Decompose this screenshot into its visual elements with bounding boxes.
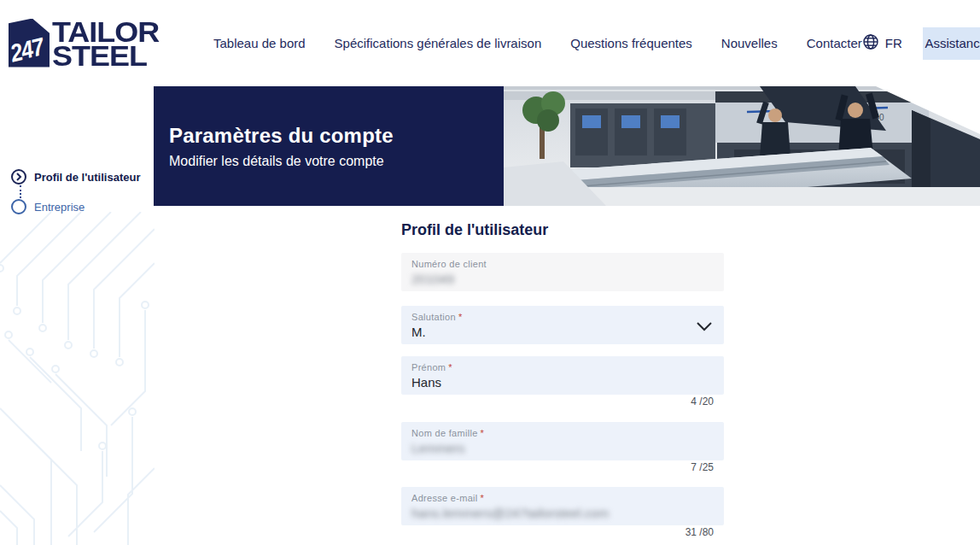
required-asterisk: * xyxy=(448,362,452,372)
field-label: Salutation xyxy=(411,312,456,322)
first-name-input[interactable]: Prénom* Hans xyxy=(401,356,724,395)
brand-logo[interactable]: 247 TAILOR STEEL xyxy=(9,14,195,73)
field-label: Prénom xyxy=(411,362,446,372)
header-right-cluster: FR Assistance Hans xyxy=(862,27,980,60)
stepper-label: Profil de l'utilisateur xyxy=(34,171,140,184)
circuit-background-pattern xyxy=(0,212,155,545)
stepper-connector xyxy=(20,185,156,198)
first-name-value: Hans xyxy=(411,375,714,390)
email-value: hans.lemmers@247tailorsteel.com xyxy=(411,506,714,520)
nav-item-delivery-specs[interactable]: Spécifications générales de livraison xyxy=(335,36,542,50)
stepper-label: Entreprise xyxy=(34,201,85,214)
first-name-char-counter: 4 /20 xyxy=(401,396,724,407)
stepper-item-user-profile[interactable]: Profil de l'utilisateur xyxy=(11,169,156,185)
last-name-char-counter: 7 /25 xyxy=(401,461,724,473)
logo-247-badge: 247 xyxy=(9,19,50,67)
logo-word-steel: STEEL xyxy=(52,44,159,68)
nav-item-news[interactable]: Nouvelles xyxy=(721,36,778,50)
last-name-value: Lemmers xyxy=(411,441,714,455)
active-step-arrow-icon xyxy=(11,169,26,185)
logo-wordmark: TAILOR STEEL xyxy=(52,21,159,69)
chevron-down-icon[interactable] xyxy=(697,319,712,335)
inactive-step-circle-icon xyxy=(11,199,26,214)
salutation-select[interactable]: Salutation* M. xyxy=(401,306,724,344)
hero-text-panel: Paramètres du compte Modifier les détail… xyxy=(154,86,504,206)
salutation-value: M. xyxy=(411,325,714,339)
nav-item-dashboard[interactable]: Tableau de bord xyxy=(213,36,306,50)
client-number-value: 201049 xyxy=(411,272,714,286)
page-title: Paramètres du compte xyxy=(169,124,504,148)
nav-item-contact[interactable]: Contacter xyxy=(807,36,862,50)
field-label: Nom de famille xyxy=(411,428,478,438)
required-asterisk: * xyxy=(458,312,463,322)
assistance-button[interactable]: Assistance xyxy=(923,27,980,60)
email-input[interactable]: Adresse e-mail* hans.lemmers@247tailorst… xyxy=(401,487,724,525)
nav-item-faq[interactable]: Questions fréquentes xyxy=(570,36,692,50)
field-label: Numéro de client xyxy=(411,259,487,269)
factory-photo: 220/40 xyxy=(504,86,980,206)
field-label: Adresse e-mail xyxy=(411,493,478,503)
client-number-field: Numéro de client 201049 xyxy=(401,253,724,291)
language-code: FR xyxy=(885,36,902,50)
account-settings-page: 247 TAILOR STEEL Tableau de bord Spécifi… xyxy=(0,0,980,545)
stepper-item-company[interactable]: Entreprise xyxy=(11,199,156,214)
required-asterisk: * xyxy=(481,428,485,438)
required-asterisk: * xyxy=(481,493,485,503)
account-stepper: Profil de l'utilisateur Entreprise xyxy=(11,169,156,214)
page-subtitle: Modifier les détails de votre compte xyxy=(169,154,504,169)
globe-icon xyxy=(862,33,879,53)
last-name-input[interactable]: Nom de famille* Lemmers xyxy=(401,422,724,460)
top-navigation-bar: 247 TAILOR STEEL Tableau de bord Spécifi… xyxy=(0,0,980,86)
logo-247-text: 247 xyxy=(8,32,47,67)
email-char-counter: 31 /80 xyxy=(401,526,724,538)
main-menu: Tableau de bord Spécifications générales… xyxy=(213,36,862,50)
language-selector[interactable]: FR xyxy=(862,33,902,53)
form-section-title: Profil de l'utilisateur xyxy=(401,221,548,239)
